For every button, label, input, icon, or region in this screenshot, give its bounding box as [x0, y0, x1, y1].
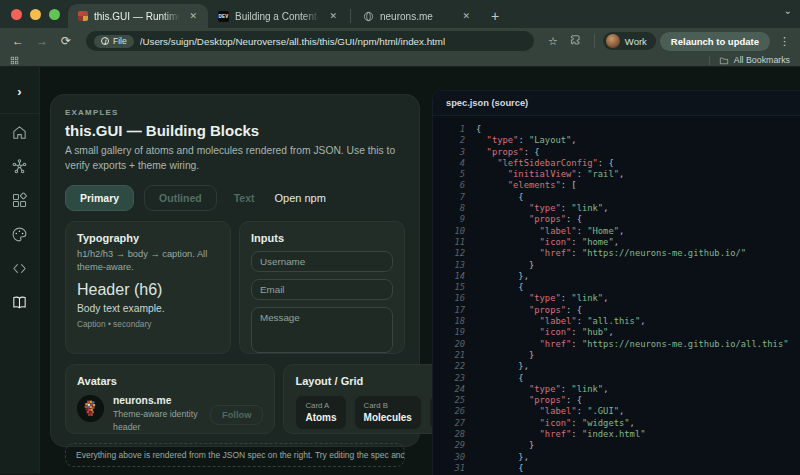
line-number: 7	[441, 192, 465, 203]
minimize-window-button[interactable]	[30, 9, 41, 20]
outlined-button[interactable]: Outlined	[144, 185, 217, 211]
line-number: 22	[441, 361, 465, 372]
palette-icon[interactable]	[11, 226, 28, 247]
line-number: 10	[441, 226, 465, 237]
forward-icon[interactable]: →	[32, 34, 52, 48]
line-content: "label": "all.this",	[476, 316, 646, 327]
line-number: 5	[441, 169, 465, 180]
back-icon[interactable]: ←	[8, 34, 28, 48]
reload-icon[interactable]: ⟳	[56, 34, 76, 48]
typography-caption-sample: Caption • secondary	[77, 319, 219, 329]
mini-card-kicker: Card B	[364, 401, 412, 410]
line-content: "icon": "hub",	[476, 327, 614, 338]
line-number: 1	[441, 124, 465, 135]
message-field[interactable]	[251, 307, 393, 353]
typography-card: Typography h1/h2/h3 → body → caption. Al…	[65, 221, 231, 354]
code-icon[interactable]	[11, 260, 28, 281]
line-content: {	[476, 192, 524, 203]
browser-tab[interactable]: this.GUI — Runtime✕	[68, 4, 208, 28]
bookmarks-separator	[709, 56, 710, 65]
tab-close-icon[interactable]: ✕	[186, 10, 200, 22]
primary-button[interactable]: Primary	[65, 185, 134, 211]
code-line: 9 "props": {	[441, 214, 800, 225]
line-number: 25	[441, 395, 465, 406]
globe-favicon-icon	[363, 11, 374, 22]
chevron-down-icon[interactable]: ⌄	[784, 5, 792, 16]
code-line: 25 "props": {	[441, 395, 800, 406]
line-content: {	[476, 124, 481, 135]
relaunch-to-update-button[interactable]: Relaunch to update	[660, 32, 770, 51]
line-content: }	[476, 350, 534, 361]
username-field[interactable]	[251, 251, 393, 272]
maximize-window-button[interactable]	[49, 9, 60, 20]
scheme-label: File	[113, 36, 127, 46]
line-number: 15	[441, 282, 465, 293]
browser-menu-icon[interactable]: ⋮	[774, 35, 792, 48]
code-line: 12 "href": "https://neurons-me.github.io…	[441, 248, 800, 259]
examples-eyebrow: EXAMPLES	[65, 108, 405, 117]
tab-title: this.GUI — Runtime	[94, 11, 180, 22]
text-button[interactable]: Text	[227, 185, 262, 211]
input-fields	[251, 251, 393, 353]
browser-tab[interactable]: neurons.me✕	[353, 4, 481, 28]
close-window-button[interactable]	[11, 9, 22, 20]
traffic-lights	[0, 0, 68, 28]
neurons-pixel-favicon-icon	[78, 11, 88, 21]
left-sidebar-rail: ›	[0, 67, 40, 474]
widgets-icon[interactable]	[11, 192, 28, 213]
code-line: 5 "initialView": "rail",	[441, 169, 800, 180]
line-content: "type": "link",	[476, 203, 608, 214]
code-line: 26 "label": ".GUI",	[441, 406, 800, 417]
new-tab-button[interactable]: +	[481, 8, 509, 28]
line-content: "props": {	[476, 147, 540, 158]
email-field[interactable]	[251, 279, 393, 300]
line-content: "label": "Home",	[476, 226, 624, 237]
rail-icons	[11, 124, 28, 315]
line-content: "label": ".GUI",	[476, 406, 624, 417]
examples-card: EXAMPLES this.GUI — Building Blocks A sm…	[50, 94, 420, 447]
line-number: 4	[441, 158, 465, 169]
file-scheme-chip[interactable]: i File	[94, 35, 134, 48]
code-line: 30 },	[441, 452, 800, 463]
tab-close-icon[interactable]: ✕	[459, 10, 473, 22]
line-content: "type": "link",	[476, 384, 608, 395]
line-content: "icon": "widgets",	[476, 418, 635, 429]
code-panel-header: spec.json (source)	[433, 91, 800, 116]
line-content: }	[476, 260, 534, 271]
code-editor[interactable]: 1{2 "type": "Layout",3 "props": {4 "left…	[433, 116, 800, 474]
code-line: 24 "type": "link",	[441, 384, 800, 395]
sidebar-expand-button[interactable]: ›	[8, 79, 32, 103]
line-content: {	[476, 463, 524, 474]
profile-chip[interactable]: Work	[603, 32, 656, 50]
home-icon[interactable]	[11, 124, 28, 145]
spec-footnote: Everything above is rendered from the JS…	[65, 443, 405, 467]
toolbar-separator	[594, 34, 595, 48]
code-line: 14 },	[441, 271, 800, 282]
line-content: }	[476, 440, 534, 451]
line-number: 12	[441, 248, 465, 259]
line-number: 23	[441, 373, 465, 384]
follow-button[interactable]: Follow	[210, 405, 263, 425]
bookmark-star-icon[interactable]: ☆	[544, 35, 562, 48]
extensions-icon[interactable]	[566, 34, 586, 48]
demo-grid-row2: Avatars	[65, 364, 405, 434]
code-line: 23 {	[441, 373, 800, 384]
book-icon[interactable]	[11, 294, 28, 315]
code-line: 4 "leftSidebarConfig": {	[441, 158, 800, 169]
tab-close-icon[interactable]: ✕	[326, 10, 340, 22]
browser-tab[interactable]: DEVBuilding a Content-First Web✕	[208, 4, 348, 28]
code-line: 19 "icon": "hub",	[441, 327, 800, 338]
line-content: "initialView": "rail",	[476, 169, 624, 180]
code-line: 16 "type": "link",	[441, 293, 800, 304]
line-content: "props": {	[476, 395, 582, 406]
line-number: 17	[441, 305, 465, 316]
info-icon: i	[101, 37, 109, 45]
page-subtitle: A small gallery of atoms and molecules r…	[65, 144, 417, 174]
avatars-title: Avatars	[77, 375, 263, 387]
avatar-name: neurons.me	[113, 395, 201, 406]
hub-icon[interactable]	[11, 158, 28, 179]
open-npm-link[interactable]: Open npm	[272, 185, 329, 211]
profile-avatar	[606, 34, 620, 48]
address-bar[interactable]: i File /Users/suign/Desktop/Neuroverse/a…	[86, 31, 534, 51]
all-bookmarks-button[interactable]: All Bookmarks	[734, 55, 790, 65]
